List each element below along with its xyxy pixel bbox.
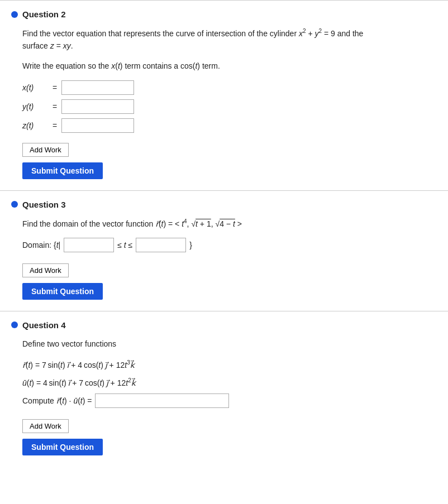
q3-description: Find the domain of the vector function r… [22, 217, 437, 230]
q2-yt-label: y(t) [22, 102, 50, 111]
q3-domain-lower-input[interactable] [64, 238, 114, 252]
q2-desc-line1: Find the vector equation that represents… [22, 29, 363, 38]
q4-compute-label: Compute r⃗(t) · ū(t) = [22, 396, 92, 405]
q3-domain-close: } [189, 241, 192, 249]
question-4-body: Define two vector functions r⃗(t) = 7 si… [11, 338, 437, 455]
q3-domain-label: Domain: {t| [22, 241, 60, 249]
question-3-title: Question 3 [22, 200, 66, 209]
question-4-header: Question 4 [11, 320, 437, 330]
q3-submit-button[interactable]: Submit Question [22, 283, 103, 300]
q2-yt-input[interactable] [61, 99, 134, 114]
q2-zt-input[interactable] [61, 118, 134, 133]
question-4-dot [11, 321, 18, 328]
q2-xt-row: x(t) = [22, 80, 437, 95]
q2-zt-row: z(t) = [22, 118, 437, 133]
q2-xt-input[interactable] [61, 80, 134, 95]
q4-compute-input[interactable] [95, 393, 229, 408]
q2-zt-label: z(t) [22, 121, 50, 130]
question-3-body: Find the domain of the vector function r… [11, 217, 437, 300]
q2-yt-eq: = [53, 102, 57, 111]
q4-u-def: ū(t) = 4 sin(t) ı⃗ + 7 cos(t) ȷ⃗ + 12t2k… [22, 376, 437, 390]
question-2-title: Question 2 [22, 9, 66, 19]
q2-yt-row: y(t) = [22, 99, 437, 114]
q2-zt-eq: = [53, 121, 57, 130]
q3-add-work-button[interactable]: Add Work [22, 263, 69, 277]
q2-instruction: Write the equation so the x(t) term cont… [22, 60, 437, 72]
question-2-dot [11, 11, 18, 18]
q2-desc-line2: surface z = xy. [22, 41, 73, 50]
q3-leq-sign: ≤ t ≤ [117, 241, 132, 249]
q3-domain-upper-input[interactable] [136, 238, 186, 252]
question-2-block: Question 2 Find the vector equation that… [0, 0, 448, 190]
question-3-dot [11, 201, 18, 208]
q2-xt-label: x(t) [22, 83, 50, 92]
q2-xt-eq: = [53, 83, 57, 92]
question-3-header: Question 3 [11, 200, 437, 209]
q4-submit-button[interactable]: Submit Question [22, 439, 103, 455]
q2-add-work-button[interactable]: Add Work [22, 143, 69, 157]
question-3-block: Question 3 Find the domain of the vector… [0, 190, 448, 311]
question-2-description: Find the vector equation that represents… [22, 27, 437, 52]
q4-description: Define two vector functions [22, 338, 437, 350]
question-2-body: Find the vector equation that represents… [11, 27, 437, 179]
q4-r-def: r⃗(t) = 7 sin(t) ı⃗ + 4 cos(t) ȷ⃗ + 12t3… [22, 358, 437, 372]
question-4-block: Question 4 Define two vector functions r… [0, 311, 448, 467]
q2-submit-button[interactable]: Submit Question [22, 162, 103, 179]
q3-domain-row: Domain: {t| ≤ t ≤ } [22, 238, 437, 252]
q4-add-work-button[interactable]: Add Work [22, 419, 69, 433]
question-4-title: Question 4 [22, 320, 66, 330]
question-2-header: Question 2 [11, 9, 437, 19]
q4-compute-row: Compute r⃗(t) · ū(t) = [22, 393, 437, 408]
